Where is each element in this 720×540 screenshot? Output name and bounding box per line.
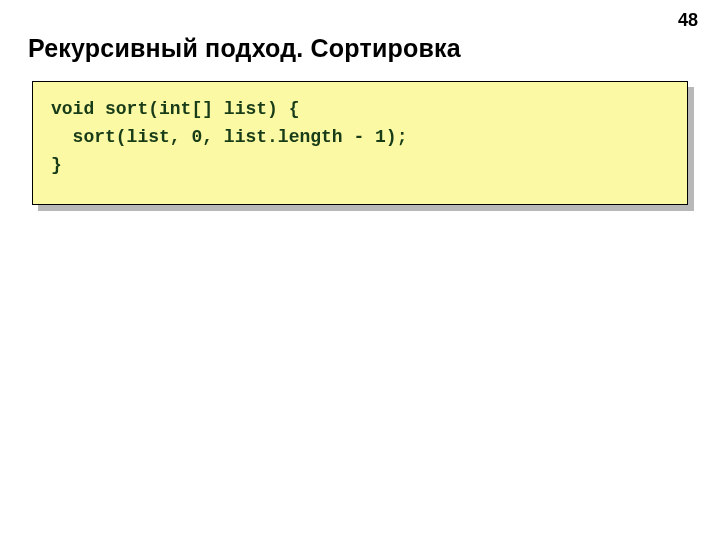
- code-block: void sort(int[] list) { sort(list, 0, li…: [32, 81, 688, 205]
- slide-title: Рекурсивный подход. Сортировка: [28, 34, 692, 63]
- slide-container: 48 Рекурсивный подход. Сортировка void s…: [0, 0, 720, 540]
- page-number: 48: [678, 10, 698, 31]
- code-block-wrapper: void sort(int[] list) { sort(list, 0, li…: [32, 81, 688, 205]
